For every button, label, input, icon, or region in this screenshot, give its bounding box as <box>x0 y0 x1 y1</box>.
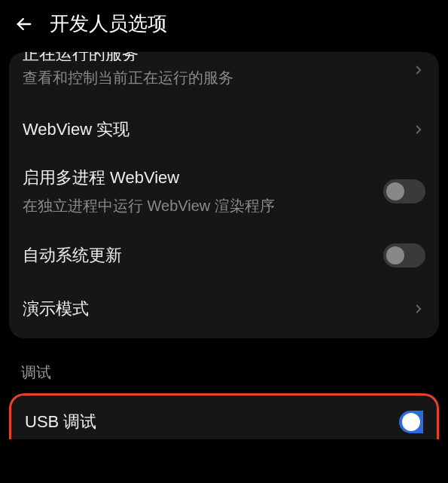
toggle-knob-icon <box>386 246 404 264</box>
webview-impl-title: WebView 实现 <box>23 118 403 141</box>
auto-system-update-toggle[interactable] <box>383 243 425 267</box>
debug-card: USB 调试 <box>9 393 439 439</box>
chevron-right-icon <box>412 302 425 316</box>
auto-system-update-title: 自动系统更新 <box>23 244 374 267</box>
running-services-title: 正在运行的服务 <box>23 52 403 61</box>
toggle-knob-icon <box>386 182 404 200</box>
multi-process-webview-toggle[interactable] <box>383 179 425 203</box>
running-services-subtitle: 查看和控制当前正在运行的服务 <box>23 67 403 88</box>
row-usb-debug[interactable]: USB 调试 <box>20 396 428 439</box>
toggle-knob-icon <box>402 413 420 431</box>
usb-debug-title: USB 调试 <box>25 411 390 433</box>
usb-debug-toggle[interactable] <box>399 411 423 433</box>
back-button[interactable] <box>14 14 35 35</box>
row-multi-process-webview[interactable]: 启用多进程 WebView 在独立进程中运行 WebView 渲染程序 <box>18 156 430 228</box>
demo-mode-title: 演示模式 <box>23 298 403 320</box>
chevron-right-icon <box>412 63 425 77</box>
row-webview-impl[interactable]: WebView 实现 <box>18 103 430 156</box>
row-running-services[interactable]: 正在运行的服务 查看和控制当前正在运行的服务 <box>18 52 430 103</box>
multi-process-webview-title: 启用多进程 WebView <box>23 167 374 189</box>
page-title: 开发人员选项 <box>50 11 167 37</box>
multi-process-webview-subtitle: 在独立进程中运行 WebView 渲染程序 <box>23 195 374 216</box>
row-demo-mode[interactable]: 演示模式 <box>18 283 430 335</box>
section-debug-label: 调试 <box>0 349 448 389</box>
chevron-right-icon <box>412 123 425 136</box>
row-auto-system-update[interactable]: 自动系统更新 <box>18 228 430 283</box>
